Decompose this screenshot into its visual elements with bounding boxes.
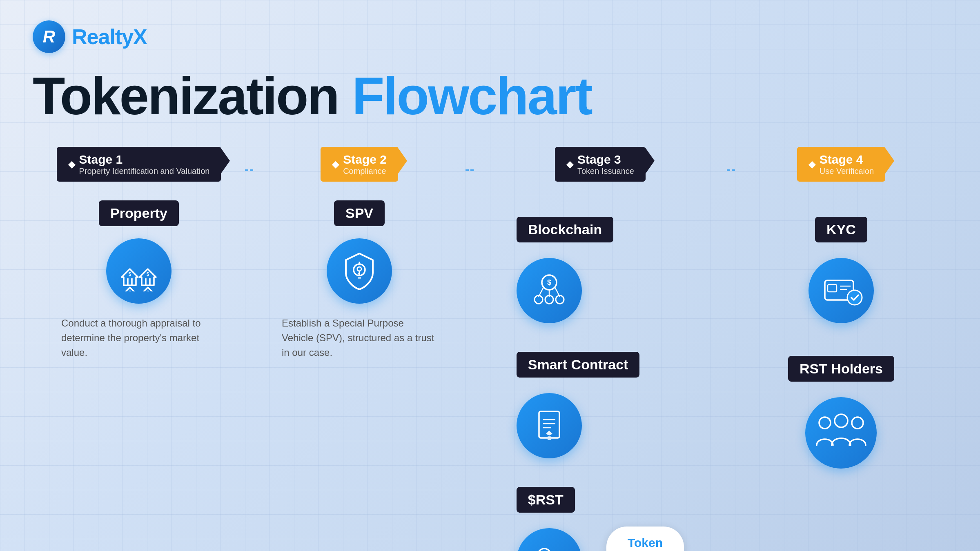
token-transfer-bubble: Token Transfer	[606, 527, 684, 551]
page: R RealtyX Tokenization Flowchart ◆ Stage…	[0, 0, 980, 551]
stage-4-kyc-circle	[808, 258, 874, 323]
logo-text: RealtyX	[72, 24, 147, 49]
stage-3-smart-contract-circle: Ξ	[517, 393, 582, 458]
stage-2-badge: ◆ Stage 2 Compliance	[321, 147, 398, 182]
svg-rect-45	[828, 284, 837, 292]
stage-1-diamond: ◆	[68, 159, 75, 170]
svg-text:$: $	[147, 271, 149, 277]
stage-2-icon-circle	[327, 238, 392, 304]
stage-3-badge: ◆ Stage 3 Token Issuance	[555, 147, 646, 182]
stage-2-description: Establish a Special Purpose Vehicle (SPV…	[282, 316, 437, 360]
stage-4-number: Stage 4	[820, 153, 874, 167]
logo: R RealtyX	[33, 20, 947, 53]
stage-3-diamond: ◆	[566, 159, 573, 170]
stage-3-number: Stage 3	[577, 153, 634, 167]
connector-3-4	[727, 169, 735, 171]
stage-4-rst-holders-group: RST Holders	[788, 340, 894, 473]
stage-3-subtitle: Token Issuance	[577, 167, 634, 176]
logo-icon: R	[33, 20, 65, 53]
stage-4-kyc-label: KYC	[815, 217, 867, 242]
stage-4-subtitle: Use Verificaion	[820, 167, 874, 176]
stage-2-node-label: SPV	[334, 200, 385, 226]
svg-text:$: $	[547, 278, 551, 287]
stage-3-rst-label: $RST	[517, 487, 575, 513]
stage-3-smart-contract-row: Smart Contract Ξ	[517, 335, 640, 462]
stage-1-icon-circle: $ $ $	[106, 238, 172, 304]
connector-1-2	[245, 169, 253, 171]
svg-point-49	[819, 417, 831, 429]
stage-4-nodes: KYC	[788, 200, 894, 473]
stage-3-nodes: Blockchain $	[517, 200, 684, 551]
svg-point-20	[357, 267, 361, 271]
svg-text:$: $	[129, 271, 131, 277]
stage-2-diamond: ◆	[332, 159, 339, 170]
svg-text:$: $	[129, 290, 131, 291]
main-title: Tokenization Flowchart	[33, 69, 947, 122]
stage-1-number: Stage 1	[79, 153, 210, 167]
stage-4-rst-holders-circle	[805, 397, 877, 469]
stage-3-blockchain-label: Blockchain	[517, 217, 613, 242]
connector-2-3	[466, 169, 474, 171]
svg-text:$: $	[147, 290, 149, 291]
stage-2-subtitle: Compliance	[343, 167, 387, 176]
stage-4-kyc-group: KYC	[808, 200, 874, 327]
stage-3-smart-contract-label: Smart Contract	[517, 352, 640, 378]
stage-4-column: ◆ Stage 4 Use Verificaion KYC	[735, 147, 947, 473]
stage-1-description: Conduct a thorough appraisal to determin…	[61, 316, 216, 360]
stage-3-blockchain-row: Blockchain $	[517, 200, 613, 327]
stage-1-node-label: Property	[99, 200, 179, 226]
stage-2-column: ◆ Stage 2 Compliance SPV	[253, 147, 466, 360]
stage-1-subtitle: Property Identification and Valuation	[79, 167, 210, 176]
stage-3-blockchain-circle: $	[517, 258, 582, 323]
flowchart: ◆ Stage 1 Property Identification and Va…	[33, 147, 947, 551]
svg-point-51	[852, 417, 863, 429]
stage-1-badge: ◆ Stage 1 Property Identification and Va…	[57, 147, 221, 182]
svg-text:Ξ: Ξ	[547, 435, 551, 441]
svg-point-48	[847, 290, 862, 305]
stage-4-diamond: ◆	[808, 159, 815, 170]
stage-4-badge: ◆ Stage 4 Use Verificaion	[797, 147, 885, 182]
stage-1-column: ◆ Stage 1 Property Identification and Va…	[33, 147, 245, 360]
stage-3-rst-circle: $ $	[517, 528, 582, 551]
stage-2-number: Stage 2	[343, 153, 387, 167]
stage-3-rst-row: $RST $ $	[517, 471, 684, 551]
svg-point-38	[536, 549, 552, 551]
stage-4-rst-holders-label: RST Holders	[788, 356, 894, 382]
stage-3-column: ◆ Stage 3 Token Issuance Blockchain	[474, 147, 727, 551]
svg-point-50	[835, 414, 848, 427]
